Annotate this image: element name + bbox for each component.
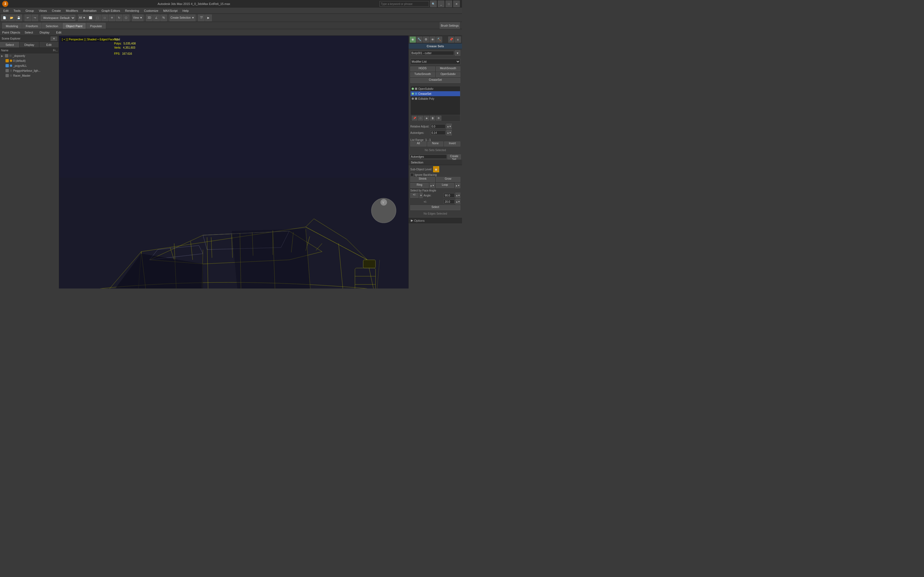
select-object-btn[interactable]: ⬜ — [87, 15, 94, 21]
brush-settings-btn[interactable]: Brush Settings — [440, 22, 460, 29]
select-box-btn[interactable]: □ — [102, 15, 108, 21]
redo-btn[interactable]: ↪ — [32, 15, 38, 21]
sub-object-icon[interactable]: ▣ — [433, 166, 439, 172]
maximize-btn[interactable]: □ — [446, 0, 452, 7]
hgds-btn[interactable]: HGDS — [410, 66, 435, 71]
tree-item-dopsonly[interactable]: ▶ _dopsonly — [0, 53, 59, 58]
sub-tab-select[interactable]: Select — [22, 30, 35, 35]
pm-dropdown[interactable]: ▼ — [419, 193, 423, 198]
search-btn[interactable]: 🔍 — [430, 0, 437, 7]
turbosmooth-btn[interactable]: TurboSmooth — [410, 72, 435, 77]
tab-selection[interactable]: Selection — [42, 23, 61, 29]
snap-3d-btn[interactable]: 3D — [146, 15, 153, 21]
close-btn[interactable]: ✕ — [453, 0, 460, 7]
percent-snap-btn[interactable]: % — [160, 15, 167, 21]
angle-spinner[interactable]: ▲▼ — [456, 193, 460, 198]
meshsmooth-btn[interactable]: MeshSmooth — [436, 66, 460, 71]
show-end-result-btn[interactable]: □ — [418, 116, 423, 121]
autoedges-spinner[interactable]: ▲▼ — [446, 130, 452, 135]
modifier-creaseset[interactable]: CreaseSet — [410, 91, 460, 96]
undo-btn[interactable]: ↩ — [24, 15, 31, 21]
angle-snap-btn[interactable]: ∠ — [153, 15, 160, 21]
create-selection-btn[interactable]: Create Selection ▼ — [170, 15, 195, 21]
tree-tab-select[interactable]: Select — [0, 42, 19, 48]
loop-btn[interactable]: Loop — [436, 183, 454, 188]
angle-input[interactable] — [444, 193, 455, 198]
viewport[interactable]: Y [ + ] [ Perspective ] [ Shaded + Edged… — [59, 36, 409, 288]
modifier-editable-poly[interactable]: Editable Poly — [410, 96, 460, 101]
select-region-btn[interactable]: ⬚ — [94, 15, 101, 21]
menu-tools[interactable]: Tools — [11, 8, 23, 13]
shrink-btn[interactable]: Shrink — [410, 177, 435, 182]
menu-graph-editors[interactable]: Graph Editors — [99, 8, 123, 13]
loop-spinner[interactable]: ▲▼ — [455, 183, 460, 188]
move-btn[interactable]: ✛ — [108, 15, 115, 21]
menu-modifiers[interactable]: Modifiers — [63, 8, 80, 13]
autoedges-name-input[interactable] — [410, 155, 447, 159]
tree-item-default[interactable]: 0 (default) — [0, 58, 59, 63]
ignore-backfacing-cb[interactable] — [410, 173, 414, 176]
tab-populate[interactable]: Populate — [86, 23, 105, 29]
help-search-input[interactable] — [380, 1, 429, 6]
sub-tab-edit[interactable]: Edit — [54, 30, 63, 35]
menu-rendering[interactable]: Rendering — [123, 8, 141, 13]
rp-icon-display[interactable]: ◉ — [410, 37, 416, 43]
pm-btn[interactable]: +/- — [410, 193, 418, 198]
new-btn[interactable]: 📄 — [1, 15, 8, 21]
all-btn[interactable]: All — [410, 142, 426, 147]
ring-btn[interactable]: Ring — [410, 183, 429, 188]
render-btn[interactable]: ▶ — [205, 15, 212, 21]
menu-group[interactable]: Group — [23, 8, 36, 13]
minimize-btn[interactable]: _ — [438, 0, 444, 7]
tab-freeform[interactable]: Freeform — [22, 23, 42, 29]
workspace-select[interactable]: Workspace: Default — [41, 15, 75, 21]
autoedges-input[interactable] — [430, 131, 446, 135]
remove-modifier-btn[interactable]: 🗑 — [430, 116, 435, 121]
render-setup-btn[interactable]: 🎬 — [198, 15, 205, 21]
creaseset-btn[interactable]: CreaseSet — [410, 78, 460, 83]
rp-icon-hierarchy[interactable]: 🔧 — [416, 37, 422, 43]
tree-tab-display[interactable]: Display — [19, 42, 39, 48]
object-name-input[interactable] — [410, 51, 454, 55]
create-set-btn[interactable]: Create Set — [447, 155, 461, 160]
relative-adjust-input[interactable] — [430, 124, 446, 129]
rp-icon-display2[interactable]: 👁 — [430, 37, 436, 43]
menu-create[interactable]: Create — [50, 8, 63, 13]
pm-spinner[interactable]: ▲▼ — [456, 199, 460, 205]
sub-tab-display[interactable]: Display — [37, 30, 52, 35]
menu-views[interactable]: Views — [37, 8, 49, 13]
menu-maxscript[interactable]: MAXScript — [161, 8, 180, 13]
rp-icon-motion[interactable]: ⚙ — [423, 37, 429, 43]
rotate-btn[interactable]: ↻ — [116, 15, 123, 21]
pm-input[interactable] — [444, 200, 455, 204]
pin-stack-btn[interactable]: 📌 — [412, 116, 417, 121]
tree-item-harbour[interactable]: PeggysHarbour_ligh... — [0, 68, 59, 73]
menu-help[interactable]: Help — [180, 8, 191, 13]
select-btn[interactable]: Select — [410, 205, 460, 210]
tree-item-racer[interactable]: Racer_Master — [0, 73, 59, 78]
rp-icon-pin[interactable]: 📌 — [448, 37, 454, 43]
relative-adjust-spinner[interactable]: ▲▼ — [446, 124, 452, 129]
object-dropdown-btn[interactable]: ▼ — [455, 50, 460, 56]
opensubdiv-btn[interactable]: OpenSubdiv — [436, 72, 460, 77]
tab-object-paint[interactable]: Object Paint — [62, 23, 86, 29]
invert-btn[interactable]: Invert — [444, 142, 460, 147]
select-filter[interactable]: All ▼ — [78, 15, 87, 21]
tab-modeling[interactable]: Modeling — [2, 23, 22, 29]
view-select[interactable]: View ▼ — [132, 15, 144, 21]
rp-icon-more[interactable]: ≡ — [455, 37, 461, 43]
none-btn[interactable]: None — [427, 142, 444, 147]
open-btn[interactable]: 📂 — [8, 15, 15, 21]
configure-btn[interactable]: ⚙ — [436, 116, 441, 121]
scene-explorer-close[interactable]: ✕ — [51, 37, 57, 41]
ring-spinner[interactable]: ▲▼ — [430, 183, 435, 188]
menu-animation[interactable]: Animation — [81, 8, 99, 13]
make-unique-btn[interactable]: ◈ — [424, 116, 429, 121]
tree-tab-edit[interactable]: Edit — [39, 42, 59, 48]
save-btn[interactable]: 💾 — [15, 15, 22, 21]
modifier-list-select[interactable]: Modifier List — [410, 59, 460, 64]
menu-edit[interactable]: Edit — [1, 8, 11, 13]
menu-customize[interactable]: Customize — [142, 8, 161, 13]
options-header[interactable]: ▶ Options — [409, 218, 462, 223]
expand-dopsonly[interactable]: ▶ — [1, 55, 4, 57]
